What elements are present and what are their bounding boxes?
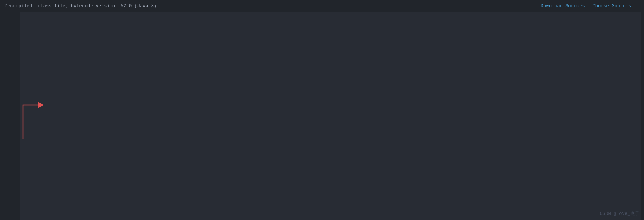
scrollbar[interactable]: [641, 12, 644, 220]
top-bar: Decompiled .class file, bytecode version…: [0, 0, 644, 12]
choose-sources-button[interactable]: Choose Sources...: [593, 3, 639, 9]
code-lines[interactable]: [20, 12, 641, 220]
download-sources-button[interactable]: Download Sources: [540, 3, 585, 9]
watermark: CSDN @love_燕子: [600, 210, 639, 217]
line-gutter: [0, 12, 20, 220]
topbar-actions: Download Sources Choose Sources...: [540, 3, 639, 9]
file-info: Decompiled .class file, bytecode version…: [5, 3, 156, 9]
code-area: CSDN @love_燕子: [0, 12, 644, 220]
